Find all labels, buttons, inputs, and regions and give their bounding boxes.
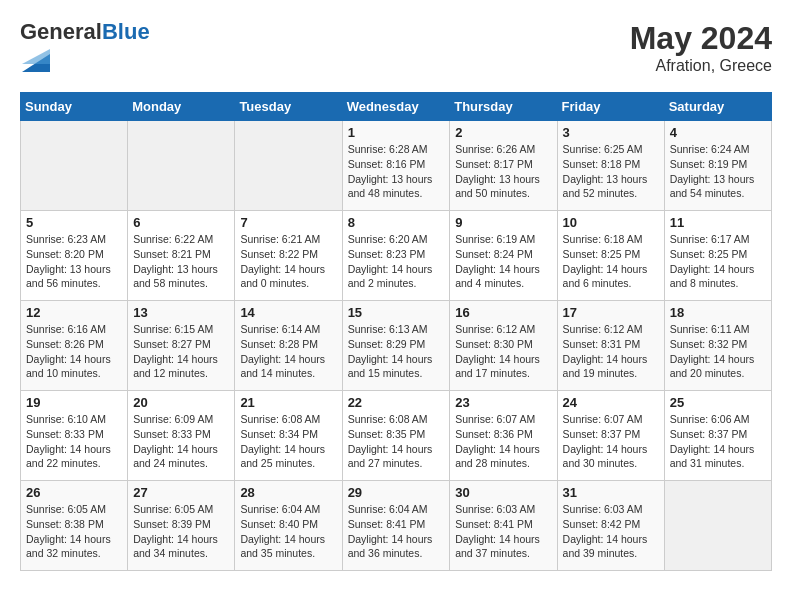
day-info: Sunrise: 6:09 AMSunset: 8:33 PMDaylight:… <box>133 412 229 471</box>
day-info: Sunrise: 6:08 AMSunset: 8:34 PMDaylight:… <box>240 412 336 471</box>
location: Afration, Greece <box>630 57 772 75</box>
calendar-cell <box>235 121 342 211</box>
day-number: 31 <box>563 485 659 500</box>
day-info: Sunrise: 6:07 AMSunset: 8:36 PMDaylight:… <box>455 412 551 471</box>
calendar-week-3: 12Sunrise: 6:16 AMSunset: 8:26 PMDayligh… <box>21 301 772 391</box>
day-number: 2 <box>455 125 551 140</box>
day-info: Sunrise: 6:10 AMSunset: 8:33 PMDaylight:… <box>26 412 122 471</box>
calendar-cell: 10Sunrise: 6:18 AMSunset: 8:25 PMDayligh… <box>557 211 664 301</box>
day-number: 22 <box>348 395 445 410</box>
day-info: Sunrise: 6:07 AMSunset: 8:37 PMDaylight:… <box>563 412 659 471</box>
calendar-cell: 23Sunrise: 6:07 AMSunset: 8:36 PMDayligh… <box>450 391 557 481</box>
calendar-cell: 29Sunrise: 6:04 AMSunset: 8:41 PMDayligh… <box>342 481 450 571</box>
day-number: 21 <box>240 395 336 410</box>
logo-general: General <box>20 19 102 44</box>
day-number: 29 <box>348 485 445 500</box>
day-number: 7 <box>240 215 336 230</box>
day-info: Sunrise: 6:28 AMSunset: 8:16 PMDaylight:… <box>348 142 445 201</box>
day-info: Sunrise: 6:20 AMSunset: 8:23 PMDaylight:… <box>348 232 445 291</box>
day-number: 9 <box>455 215 551 230</box>
calendar-cell: 22Sunrise: 6:08 AMSunset: 8:35 PMDayligh… <box>342 391 450 481</box>
calendar-cell: 9Sunrise: 6:19 AMSunset: 8:24 PMDaylight… <box>450 211 557 301</box>
day-info: Sunrise: 6:04 AMSunset: 8:40 PMDaylight:… <box>240 502 336 561</box>
logo-icon <box>22 44 50 72</box>
calendar-cell: 16Sunrise: 6:12 AMSunset: 8:30 PMDayligh… <box>450 301 557 391</box>
weekday-header-friday: Friday <box>557 93 664 121</box>
day-info: Sunrise: 6:12 AMSunset: 8:30 PMDaylight:… <box>455 322 551 381</box>
calendar-cell: 11Sunrise: 6:17 AMSunset: 8:25 PMDayligh… <box>664 211 771 301</box>
calendar-cell: 5Sunrise: 6:23 AMSunset: 8:20 PMDaylight… <box>21 211 128 301</box>
day-number: 28 <box>240 485 336 500</box>
day-info: Sunrise: 6:24 AMSunset: 8:19 PMDaylight:… <box>670 142 766 201</box>
day-info: Sunrise: 6:15 AMSunset: 8:27 PMDaylight:… <box>133 322 229 381</box>
day-info: Sunrise: 6:17 AMSunset: 8:25 PMDaylight:… <box>670 232 766 291</box>
svg-marker-1 <box>22 49 50 64</box>
weekday-header-monday: Monday <box>128 93 235 121</box>
calendar-table: SundayMondayTuesdayWednesdayThursdayFrid… <box>20 92 772 571</box>
calendar-cell: 6Sunrise: 6:22 AMSunset: 8:21 PMDaylight… <box>128 211 235 301</box>
title-block: May 2024 Afration, Greece <box>630 20 772 75</box>
calendar-cell: 7Sunrise: 6:21 AMSunset: 8:22 PMDaylight… <box>235 211 342 301</box>
calendar-week-1: 1Sunrise: 6:28 AMSunset: 8:16 PMDaylight… <box>21 121 772 211</box>
calendar-week-2: 5Sunrise: 6:23 AMSunset: 8:20 PMDaylight… <box>21 211 772 301</box>
weekday-header-saturday: Saturday <box>664 93 771 121</box>
day-number: 24 <box>563 395 659 410</box>
day-info: Sunrise: 6:21 AMSunset: 8:22 PMDaylight:… <box>240 232 336 291</box>
calendar-cell: 28Sunrise: 6:04 AMSunset: 8:40 PMDayligh… <box>235 481 342 571</box>
calendar-cell: 30Sunrise: 6:03 AMSunset: 8:41 PMDayligh… <box>450 481 557 571</box>
calendar-cell: 19Sunrise: 6:10 AMSunset: 8:33 PMDayligh… <box>21 391 128 481</box>
day-info: Sunrise: 6:23 AMSunset: 8:20 PMDaylight:… <box>26 232 122 291</box>
day-number: 16 <box>455 305 551 320</box>
calendar-cell: 3Sunrise: 6:25 AMSunset: 8:18 PMDaylight… <box>557 121 664 211</box>
day-info: Sunrise: 6:03 AMSunset: 8:41 PMDaylight:… <box>455 502 551 561</box>
day-number: 10 <box>563 215 659 230</box>
calendar-cell: 4Sunrise: 6:24 AMSunset: 8:19 PMDaylight… <box>664 121 771 211</box>
calendar-cell: 1Sunrise: 6:28 AMSunset: 8:16 PMDaylight… <box>342 121 450 211</box>
day-info: Sunrise: 6:11 AMSunset: 8:32 PMDaylight:… <box>670 322 766 381</box>
day-info: Sunrise: 6:06 AMSunset: 8:37 PMDaylight:… <box>670 412 766 471</box>
calendar-cell: 21Sunrise: 6:08 AMSunset: 8:34 PMDayligh… <box>235 391 342 481</box>
day-info: Sunrise: 6:03 AMSunset: 8:42 PMDaylight:… <box>563 502 659 561</box>
day-number: 27 <box>133 485 229 500</box>
day-number: 20 <box>133 395 229 410</box>
calendar-cell: 26Sunrise: 6:05 AMSunset: 8:38 PMDayligh… <box>21 481 128 571</box>
day-number: 3 <box>563 125 659 140</box>
day-number: 11 <box>670 215 766 230</box>
calendar-cell: 24Sunrise: 6:07 AMSunset: 8:37 PMDayligh… <box>557 391 664 481</box>
day-number: 25 <box>670 395 766 410</box>
day-number: 17 <box>563 305 659 320</box>
day-number: 18 <box>670 305 766 320</box>
day-info: Sunrise: 6:19 AMSunset: 8:24 PMDaylight:… <box>455 232 551 291</box>
day-number: 6 <box>133 215 229 230</box>
day-number: 13 <box>133 305 229 320</box>
weekday-header-wednesday: Wednesday <box>342 93 450 121</box>
month-year: May 2024 <box>630 20 772 57</box>
calendar-week-5: 26Sunrise: 6:05 AMSunset: 8:38 PMDayligh… <box>21 481 772 571</box>
weekday-header-tuesday: Tuesday <box>235 93 342 121</box>
calendar-cell: 17Sunrise: 6:12 AMSunset: 8:31 PMDayligh… <box>557 301 664 391</box>
calendar-cell: 2Sunrise: 6:26 AMSunset: 8:17 PMDaylight… <box>450 121 557 211</box>
day-number: 15 <box>348 305 445 320</box>
day-info: Sunrise: 6:12 AMSunset: 8:31 PMDaylight:… <box>563 322 659 381</box>
day-number: 19 <box>26 395 122 410</box>
day-number: 30 <box>455 485 551 500</box>
calendar-cell: 13Sunrise: 6:15 AMSunset: 8:27 PMDayligh… <box>128 301 235 391</box>
day-number: 14 <box>240 305 336 320</box>
logo-blue: Blue <box>102 19 150 44</box>
weekday-header-sunday: Sunday <box>21 93 128 121</box>
day-number: 1 <box>348 125 445 140</box>
day-info: Sunrise: 6:22 AMSunset: 8:21 PMDaylight:… <box>133 232 229 291</box>
day-number: 4 <box>670 125 766 140</box>
calendar-cell <box>664 481 771 571</box>
day-number: 8 <box>348 215 445 230</box>
day-number: 12 <box>26 305 122 320</box>
day-number: 23 <box>455 395 551 410</box>
day-info: Sunrise: 6:18 AMSunset: 8:25 PMDaylight:… <box>563 232 659 291</box>
day-info: Sunrise: 6:25 AMSunset: 8:18 PMDaylight:… <box>563 142 659 201</box>
weekday-header-thursday: Thursday <box>450 93 557 121</box>
day-info: Sunrise: 6:26 AMSunset: 8:17 PMDaylight:… <box>455 142 551 201</box>
day-info: Sunrise: 6:04 AMSunset: 8:41 PMDaylight:… <box>348 502 445 561</box>
weekday-header-row: SundayMondayTuesdayWednesdayThursdayFrid… <box>21 93 772 121</box>
calendar-cell <box>21 121 128 211</box>
calendar-cell: 31Sunrise: 6:03 AMSunset: 8:42 PMDayligh… <box>557 481 664 571</box>
